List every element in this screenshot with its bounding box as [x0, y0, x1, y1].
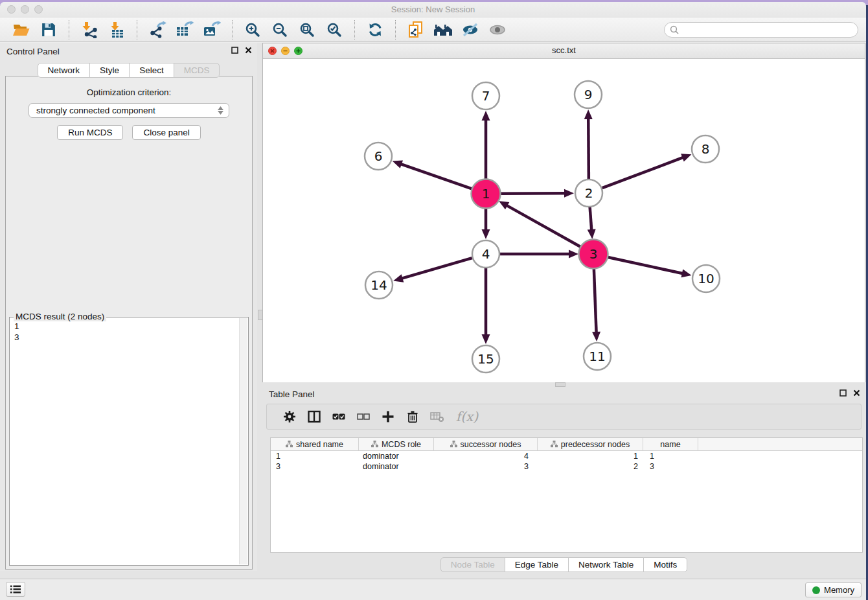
memory-label: Memory	[824, 585, 854, 595]
tab-mcds[interactable]: MCDS	[174, 63, 220, 78]
import-network-button[interactable]	[76, 19, 103, 40]
export-network-icon	[149, 21, 166, 38]
export-network-button[interactable]	[144, 19, 171, 40]
result-scrollbar[interactable]	[239, 318, 247, 564]
network-close-button[interactable]	[268, 47, 277, 55]
graph-node-label-8: 8	[702, 141, 710, 157]
import-table-icon	[108, 21, 125, 38]
table-panel-header: Table Panel	[262, 386, 865, 402]
clone-network-button[interactable]	[402, 19, 429, 40]
float-table-panel-icon[interactable]	[839, 389, 847, 397]
table-cell: 1	[271, 452, 359, 461]
network-window-controls	[268, 47, 303, 55]
plus-icon	[382, 410, 394, 423]
table-cell: 3	[643, 462, 698, 471]
float-panel-icon[interactable]	[231, 47, 238, 54]
add-column-button[interactable]	[376, 406, 400, 427]
select-all-button[interactable]	[326, 406, 351, 427]
graph-edge-4-14[interactable]	[402, 258, 472, 279]
control-panel: Control Panel NetworkStyleSelectMCDS Opt…	[0, 43, 257, 571]
run-mcds-button[interactable]: Run MCDS	[57, 125, 123, 140]
column-header-label: predecessor nodes	[561, 440, 630, 449]
tab-style[interactable]: Style	[89, 63, 130, 78]
delete-table-button[interactable]	[425, 406, 450, 427]
import-table-button[interactable]	[103, 19, 130, 40]
tab-node-table[interactable]: Node Table	[440, 557, 505, 572]
column-header-shared-name[interactable]: shared name	[271, 438, 359, 450]
export-table-button[interactable]	[171, 19, 198, 40]
open-session-button[interactable]	[8, 19, 35, 40]
graph-arrowhead-3-10	[681, 270, 691, 278]
node-table[interactable]: shared nameMCDS rolesuccessor nodesprede…	[270, 437, 863, 553]
graph-node-label-2: 2	[585, 185, 593, 201]
zoom-selected-button[interactable]	[321, 19, 348, 40]
table-settings-button[interactable]	[277, 406, 302, 427]
function-builder-button[interactable]: f(x)	[450, 406, 485, 427]
tab-select[interactable]: Select	[129, 63, 174, 78]
memory-button[interactable]: Memory	[805, 583, 862, 597]
column-header-mcds-role[interactable]: MCDS role	[359, 438, 434, 450]
graph-edge-2-9[interactable]	[588, 118, 589, 179]
zoom-window-button[interactable]	[34, 5, 43, 14]
export-image-button[interactable]	[198, 19, 225, 40]
graph-edge-1-2[interactable]	[500, 193, 565, 194]
network-minimize-button[interactable]	[281, 47, 290, 55]
application-window: Session: New Session	[0, 2, 866, 600]
houses-icon	[433, 23, 453, 37]
column-visibility-button[interactable]	[302, 406, 326, 427]
tab-edge-table[interactable]: Edge Table	[505, 557, 569, 572]
graph-node-label-9: 9	[584, 87, 593, 102]
minimize-window-button[interactable]	[21, 5, 29, 14]
export-table-icon	[176, 21, 194, 38]
refresh-button[interactable]	[361, 19, 389, 40]
deselect-all-button[interactable]	[351, 406, 376, 427]
column-header-name[interactable]: name	[643, 438, 698, 450]
toolbar-separator	[137, 20, 137, 40]
graph-node-label-4: 4	[482, 246, 490, 262]
close-window-button[interactable]	[7, 5, 16, 14]
show-all-button[interactable]	[484, 19, 511, 40]
delete-column-button[interactable]	[400, 406, 425, 427]
hide-selected-button[interactable]	[457, 19, 484, 40]
table-row[interactable]: 1dominator411	[271, 451, 862, 461]
search-input[interactable]	[664, 22, 858, 38]
graph-edge-2-3[interactable]	[590, 207, 592, 231]
close-panel-icon[interactable]	[245, 47, 252, 54]
table-row[interactable]: 3dominator323	[271, 461, 862, 472]
graph-edge-2-8[interactable]	[602, 157, 684, 189]
first-neighbors-button[interactable]	[429, 19, 457, 40]
zoom-out-button[interactable]	[266, 19, 293, 40]
mcds-result-line: 1	[14, 321, 248, 332]
graph-node-label-11: 11	[589, 349, 605, 364]
criterion-dropdown[interactable]: strongly connected component	[29, 103, 229, 118]
table-panel: Table Panel	[262, 386, 865, 576]
graph-node-label-7: 7	[482, 88, 490, 104]
column-header-predecessor-nodes[interactable]: predecessor nodes	[538, 438, 643, 450]
zoom-in-button[interactable]	[239, 19, 266, 40]
graph-edge-3-10[interactable]	[607, 257, 683, 274]
tab-network[interactable]: Network	[38, 63, 91, 78]
graph-arrowhead-4-3	[569, 250, 578, 259]
search-container	[664, 22, 858, 38]
close-panel-button[interactable]: Close panel	[132, 125, 200, 140]
tab-motifs[interactable]: Motifs	[643, 557, 687, 572]
clone-network-icon	[407, 21, 424, 38]
tab-network-table[interactable]: Network Table	[568, 557, 644, 572]
network-zoom-button[interactable]	[294, 47, 303, 55]
mcds-panel: Optimization criterion: strongly connect…	[5, 76, 253, 570]
task-history-button[interactable]	[6, 582, 25, 597]
list-icon	[10, 585, 21, 594]
close-table-panel-icon[interactable]	[853, 389, 860, 397]
column-header-successor-nodes[interactable]: successor nodes	[434, 438, 538, 450]
graph-arrowhead-4-15	[482, 334, 490, 344]
save-session-button[interactable]	[35, 19, 62, 40]
graph-edge-1-6[interactable]	[400, 164, 472, 189]
graph-edge-3-11[interactable]	[594, 268, 597, 333]
zoom-fit-icon	[299, 22, 315, 38]
graph-edge-3-1[interactable]	[506, 205, 580, 248]
table-body: 1dominator4113dominator323	[271, 451, 862, 472]
zoom-fit-button[interactable]	[293, 19, 321, 40]
table-header-row: shared nameMCDS rolesuccessor nodesprede…	[271, 438, 862, 451]
table-cell: 3	[434, 462, 538, 471]
network-canvas[interactable]: 7968124314101511	[263, 59, 865, 382]
